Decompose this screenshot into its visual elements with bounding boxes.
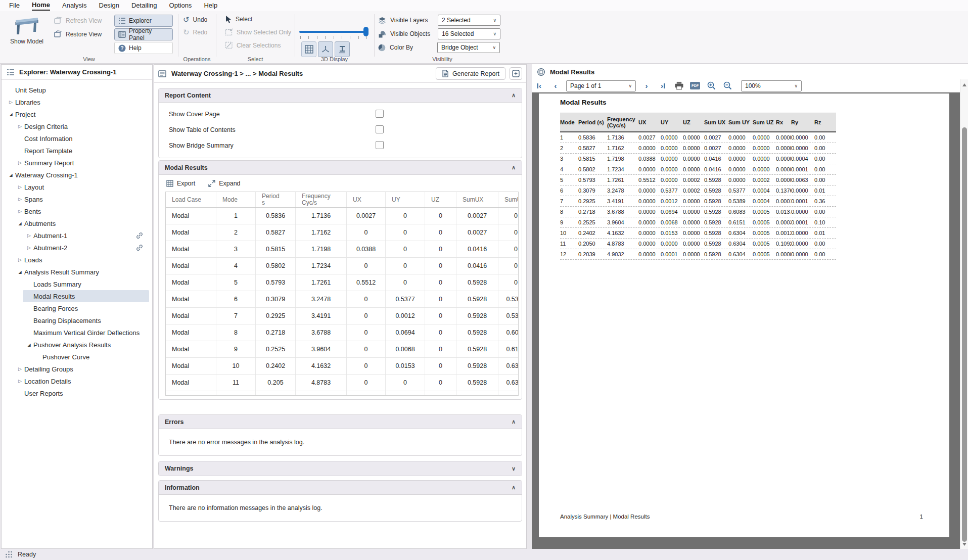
tree-item-pushover-analysis-results[interactable]: ◢Pushover Analysis Results — [2, 339, 152, 351]
property-panel-toggle-button[interactable]: Property Panel — [114, 28, 173, 40]
information-header[interactable]: Information ∧ — [159, 481, 522, 495]
collapse-chevron-icon[interactable]: ∧ — [512, 484, 516, 491]
visible-layers-dropdown[interactable]: 2 Selected∨ — [438, 15, 500, 26]
restore-view-button[interactable]: Restore View — [54, 30, 102, 38]
tree-collapsed-icon[interactable]: ▷ — [25, 245, 33, 250]
column-header-ux[interactable]: UX — [347, 192, 386, 207]
menu-item-help[interactable]: Help — [198, 0, 223, 11]
tree-expanded-icon[interactable]: ◢ — [16, 221, 24, 226]
menu-item-home[interactable]: Home — [26, 0, 56, 11]
expand-button[interactable]: Expand — [208, 180, 240, 187]
zoom-level-dropdown[interactable]: 100% ∨ — [741, 80, 802, 91]
tree-collapsed-icon[interactable]: ▷ — [7, 100, 15, 105]
undo-button[interactable]: ↺ Undo — [183, 15, 207, 24]
report-content-header[interactable]: Report Content ∧ — [159, 88, 522, 103]
expand-chevron-icon[interactable]: ∨ — [512, 465, 516, 472]
tree-collapsed-icon[interactable]: ▷ — [25, 233, 33, 238]
tree-item-bearing-forces[interactable]: Bearing Forces — [2, 302, 152, 314]
add-report-button[interactable] — [510, 67, 522, 80]
modal-table-row[interactable]: Modal80.27183.678800.069400.59280.6083 — [166, 324, 518, 341]
show-selected-only-button[interactable]: Show Selected Only — [225, 28, 291, 36]
last-page-button[interactable]: › — [657, 80, 668, 91]
warnings-header[interactable]: Warnings ∨ — [159, 461, 522, 476]
generate-report-button[interactable]: Generate Report — [436, 67, 505, 80]
column-header-period[interactable]: Periods — [256, 192, 296, 207]
export-pdf-button[interactable]: PDF — [689, 80, 701, 91]
scrollbar-thumb[interactable] — [962, 127, 967, 542]
tree-item-bents[interactable]: ▷Bents — [2, 205, 152, 217]
errors-header[interactable]: Errors ∧ — [159, 415, 522, 429]
tree-collapsed-icon[interactable]: ▷ — [16, 197, 24, 202]
export-button[interactable]: Export — [166, 180, 195, 187]
tree-collapsed-icon[interactable]: ▷ — [16, 257, 24, 262]
modal-table-row[interactable]: Modal110.2054.87830000.59280.6304 — [166, 375, 518, 391]
column-header-load-case[interactable]: Load Case — [166, 192, 216, 207]
tree-item-abutments[interactable]: ◢Abutments — [2, 217, 152, 229]
tree-item-loads-summary[interactable]: Loads Summary — [2, 278, 152, 290]
tree-item-user-reports[interactable]: User Reports — [2, 387, 152, 399]
preview-vertical-scrollbar[interactable] — [960, 79, 968, 549]
display-quality-slider-handle[interactable] — [363, 27, 368, 36]
grid-display-button[interactable] — [301, 41, 316, 57]
tree-expanded-icon[interactable]: ◢ — [25, 343, 33, 347]
modal-table-row[interactable]: Modal10.58361.71360.0027000.00270 — [166, 208, 518, 224]
tree-item-analysis-result-summary[interactable]: ◢Analysis Result Summary — [2, 266, 152, 278]
page-select-dropdown[interactable]: Page 1 of 1 ∨ — [566, 80, 636, 91]
tree-item-project[interactable]: ◢Project — [2, 108, 152, 120]
menu-item-design[interactable]: Design — [93, 0, 125, 11]
first-page-button[interactable]: ‹ — [534, 80, 545, 91]
checkbox-show-table-of-contents[interactable] — [376, 125, 384, 133]
column-header-frequency[interactable]: FrequencyCyc/s — [296, 192, 347, 207]
clear-selections-button[interactable]: Clear Selections — [225, 41, 281, 49]
column-header-sumuy[interactable]: SumUY — [498, 192, 519, 207]
tree-item-unit-setup[interactable]: Unit Setup — [2, 84, 152, 96]
tree-item-detailing-groups[interactable]: ▷Detailing Groups — [2, 363, 152, 375]
tree-item-cost-information[interactable]: Cost Information — [2, 132, 152, 145]
tree-collapsed-icon[interactable]: ▷ — [16, 366, 24, 371]
visible-objects-dropdown[interactable]: 16 Selected∨ — [438, 28, 500, 39]
zoom-out-button[interactable] — [722, 80, 733, 91]
show-model-button[interactable]: Show Model — [7, 16, 47, 45]
checkbox-show-bridge-summary[interactable] — [376, 141, 384, 149]
tree-item-waterway-crossing-1[interactable]: ◢Waterway Crossing-1 — [2, 169, 152, 181]
redo-button[interactable]: ↻ Redo — [183, 28, 207, 37]
tree-item-location-details[interactable]: ▷Location Details — [2, 375, 152, 387]
scroll-down-arrow[interactable] — [962, 543, 966, 546]
tree-item-design-criteria[interactable]: ▷Design Criteria — [2, 120, 152, 132]
collapse-chevron-icon[interactable]: ∧ — [512, 418, 516, 425]
modal-table-row[interactable]: Modal60.30793.247800.537700.59280.5377 — [166, 291, 518, 308]
column-header-uz[interactable]: UZ — [425, 192, 456, 207]
menu-item-analysis[interactable]: Analysis — [56, 0, 93, 11]
tree-item-report-template[interactable]: Report Template — [2, 145, 152, 157]
tree-collapsed-icon[interactable]: ▷ — [16, 160, 24, 165]
tree-collapsed-icon[interactable]: ▷ — [16, 124, 24, 129]
tree-item-abutment-2[interactable]: ▷Abutment-2 — [2, 242, 152, 254]
menu-item-detailing[interactable]: Detailing — [125, 0, 163, 11]
explorer-toggle-button[interactable]: Explorer — [114, 15, 173, 27]
display-quality-slider[interactable] — [299, 31, 368, 33]
tree-collapsed-icon[interactable]: ▷ — [16, 209, 24, 214]
collapse-chevron-icon[interactable]: ∧ — [512, 92, 516, 99]
tree-item-abutment-1[interactable]: ▷Abutment-1 — [2, 229, 152, 242]
tree-collapsed-icon[interactable]: ▷ — [16, 379, 24, 384]
tree-item-layout[interactable]: ▷Layout — [2, 181, 152, 193]
tree-item-pushover-curve[interactable]: Pushover Curve — [2, 351, 152, 363]
axes-display-button[interactable] — [318, 41, 333, 57]
modal-table-row[interactable]: Modal90.25253.960400.006800.59280.6151 — [166, 341, 518, 358]
modal-table-row[interactable]: Modal100.24024.163200.015300.59280.6304 — [166, 358, 518, 375]
help-button[interactable]: ? Help — [114, 42, 173, 54]
column-header-uy[interactable]: UY — [386, 192, 425, 207]
collapse-chevron-icon[interactable]: ∧ — [512, 164, 516, 171]
tree-item-spans[interactable]: ▷Spans — [2, 193, 152, 205]
checkbox-show-cover-page[interactable] — [376, 110, 384, 118]
menu-item-options[interactable]: Options — [163, 0, 198, 11]
refresh-view-button[interactable]: Refresh View — [54, 17, 102, 25]
tree-expanded-icon[interactable]: ◢ — [7, 112, 15, 117]
menu-item-file[interactable]: File — [3, 0, 26, 11]
select-button[interactable]: Select — [225, 15, 252, 23]
tree-item-modal-results[interactable]: Modal Results — [2, 290, 152, 302]
zoom-in-button[interactable] — [706, 80, 717, 91]
column-header-sumux[interactable]: SumUX — [456, 192, 498, 207]
scroll-up-arrow[interactable] — [962, 83, 966, 86]
color-by-dropdown[interactable]: Bridge Object∨ — [437, 42, 500, 53]
